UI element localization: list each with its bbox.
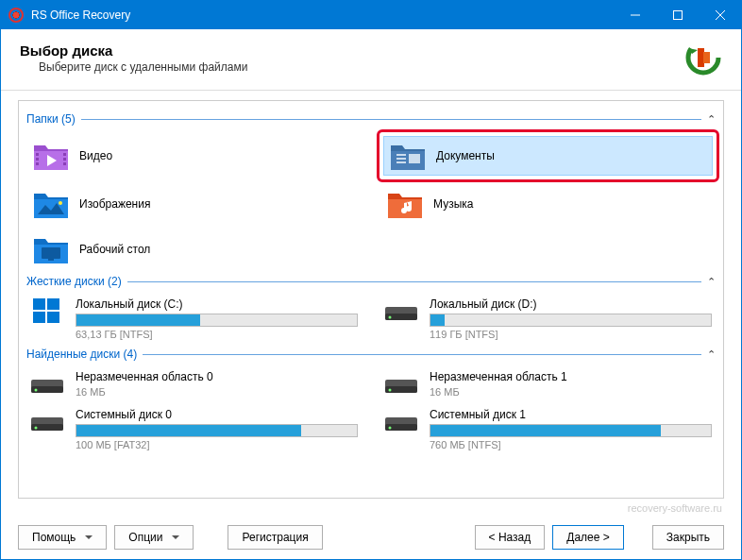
svg-point-43 [389,427,392,430]
svg-rect-10 [36,162,39,165]
minimize-icon [631,10,640,20]
disk-meta: 100 МБ [FAT32] [76,439,358,450]
folder-label: Рабочий стол [79,243,150,256]
minimize-button[interactable] [614,1,656,29]
svg-point-37 [389,389,392,392]
svg-rect-9 [36,158,39,161]
svg-point-40 [35,427,38,430]
disk-name: Системный диск 1 [430,408,712,421]
folder-item-music[interactable]: Музыка [380,184,716,224]
disk-meta: 760 МБ [NTFS] [430,439,712,450]
folder-item-images[interactable]: Изображения [26,184,362,224]
disk-item-unalloc-1[interactable]: Неразмеченная область 1 16 МБ [380,368,716,400]
hdd-icon [384,370,418,399]
branding-text: recovery-software.ru [1,502,741,516]
collapse-icon: ⌃ [707,113,716,126]
register-button[interactable]: Регистрация [228,525,322,550]
group-found-disks: Найденные диски (4) ⌃ Неразмеченная обла… [26,348,716,452]
disk-meta: 16 МБ [430,386,712,398]
group-hard-title: Жесткие диски (2) [26,275,122,288]
disk-usage-bar [430,314,712,327]
windows-disk-icon [30,297,64,326]
close-button[interactable] [699,1,741,29]
disk-item-system-0[interactable]: Системный диск 0 100 МБ [FAT32] [26,406,362,452]
disk-name: Системный диск 0 [76,408,358,421]
disk-usage-bar [430,424,712,437]
disk-item-unalloc-0[interactable]: Неразмеченная область 0 16 МБ [26,368,362,400]
disk-item-d[interactable]: Локальный диск (D:) 119 ГБ [NTFS] [380,296,716,342]
hdd-icon [384,408,418,436]
disk-list-panel: Папки (5) ⌃ Видео Документы Изображ [18,100,724,499]
hdd-icon [384,297,418,326]
group-found-title: Найденные диски (4) [26,348,137,361]
maximize-button[interactable] [656,1,699,29]
disk-name: Неразмеченная область 0 [76,370,358,383]
folder-label: Видео [79,149,112,162]
svg-rect-24 [48,259,54,261]
collapse-icon: ⌃ [707,276,716,288]
svg-rect-19 [34,199,68,218]
svg-rect-28 [47,312,59,323]
svg-rect-15 [396,154,406,156]
maximize-icon [673,10,683,20]
disk-meta: 63,13 ГБ [NTFS] [76,329,358,340]
disk-usage-bar [76,424,358,437]
disk-name: Локальный диск (C:) [76,297,358,311]
svg-point-20 [59,201,62,205]
page-title: Выбор диска [20,42,684,59]
wizard-footer: Помощь Опции Регистрация < Назад Далее >… [1,516,741,559]
images-folder-icon [34,190,68,218]
hdd-icon [30,408,64,436]
group-hard-header[interactable]: Жесткие диски (2) ⌃ [26,275,716,288]
svg-rect-13 [63,162,66,165]
app-icon [8,8,24,23]
group-folders: Папки (5) ⌃ Видео Документы Изображ [26,112,716,269]
group-folders-title: Папки (5) [26,112,76,126]
close-app-button[interactable]: Закрыть [652,525,724,550]
svg-rect-5 [698,48,704,67]
desktop-folder-icon [34,235,68,263]
svg-rect-17 [396,161,406,163]
svg-rect-27 [33,312,45,323]
svg-rect-25 [33,298,45,310]
svg-rect-23 [42,247,60,259]
disk-item-c[interactable]: Локальный диск (C:) 63,13 ГБ [NTFS] [26,296,362,342]
disk-meta: 16 МБ [76,386,358,398]
svg-point-31 [389,316,392,319]
svg-rect-1 [673,11,682,20]
svg-rect-16 [396,158,406,160]
folder-item-desktop[interactable]: Рабочий стол [26,229,362,269]
disk-usage-bar [76,314,358,327]
disk-name: Неразмеченная область 1 [430,370,712,383]
folder-label: Документы [436,149,495,162]
product-logo-icon [684,39,722,76]
svg-rect-26 [47,298,59,310]
documents-folder-icon [391,142,425,170]
collapse-icon: ⌃ [707,348,716,361]
folder-label: Изображения [79,197,150,211]
folder-item-documents[interactable]: Документы [383,136,713,176]
options-button[interactable]: Опции [114,525,194,550]
group-folders-header[interactable]: Папки (5) ⌃ [26,112,716,126]
next-button[interactable]: Далее > [552,525,624,550]
folder-label: Музыка [433,197,473,211]
wizard-header: Выбор диска Выберите диск с удаленными ф… [1,29,741,91]
back-button[interactable]: < Назад [475,525,546,550]
window-title: RS Office Recovery [31,8,614,22]
group-hard-disks: Жесткие диски (2) ⌃ Локальный диск (C:) … [26,275,716,342]
music-folder-icon [388,190,422,218]
folder-item-video[interactable]: Видео [26,133,362,178]
disk-meta: 119 ГБ [NTFS] [430,329,712,340]
titlebar: RS Office Recovery [1,1,741,29]
group-found-header[interactable]: Найденные диски (4) ⌃ [26,348,716,361]
disk-name: Локальный диск (D:) [430,297,712,311]
hdd-icon [30,370,64,399]
selection-highlight: Документы [377,129,719,182]
disk-item-system-1[interactable]: Системный диск 1 760 МБ [NTFS] [380,406,716,452]
help-button[interactable]: Помощь [18,525,107,550]
svg-point-34 [35,389,38,392]
page-subtitle: Выберите диск с удаленными файлами [20,60,684,74]
svg-rect-18 [409,154,420,163]
svg-rect-6 [703,52,710,63]
close-icon [716,10,725,20]
